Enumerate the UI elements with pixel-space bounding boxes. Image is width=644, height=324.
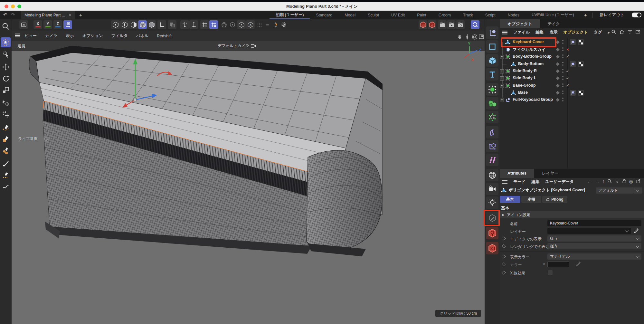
object-row-body-bottom-group[interactable]: − Body-Bottom-Group ✓ — [500, 53, 644, 60]
workplane-icon[interactable] — [168, 20, 176, 29]
mesh-check-icon[interactable] — [237, 20, 246, 29]
live-selection-icon[interactable] — [1, 37, 11, 47]
enabled-state[interactable]: ✓ — [565, 76, 570, 81]
object-row-keyboard-cover[interactable]: Keyboard-Cover — [500, 39, 644, 46]
name-input[interactable]: Keyboard-Cover — [547, 220, 641, 226]
menu-redshift[interactable]: Redshift — [157, 34, 172, 38]
ngon-check-icon[interactable]: A — [246, 20, 255, 29]
dots-icon[interactable] — [255, 20, 264, 29]
up-icon[interactable]: ↑ — [602, 179, 605, 184]
transform-tool-icon[interactable] — [1, 98, 11, 108]
spline-smooth-icon[interactable] — [1, 182, 11, 192]
render-picture-viewer-icon[interactable] — [428, 20, 436, 29]
sky-object-icon[interactable] — [486, 169, 498, 181]
close-window-button[interactable] — [5, 5, 8, 8]
layout-tab-paint[interactable]: Paint — [411, 11, 432, 19]
workplane-axis-icon[interactable] — [157, 20, 166, 29]
color-expand-arrow[interactable]: > — [543, 262, 545, 266]
lock-icon[interactable] — [622, 179, 627, 184]
om-menu-view[interactable]: 表示 — [549, 30, 557, 35]
attr-menu-edit[interactable]: 編集 — [531, 179, 539, 185]
layout-tab-script[interactable]: Script — [479, 11, 502, 19]
om-menu-more-icon[interactable]: ▶ — [608, 31, 610, 34]
zoom-window-button[interactable] — [17, 5, 21, 8]
add-layout-icon[interactable]: + — [580, 11, 591, 19]
selection-tag-icon[interactable] — [570, 90, 576, 96]
3d-viewport[interactable]: Y Z X 透視 デフォルトカメラ ライブ選択 グリッド間隔 : 50 cm — [12, 41, 485, 324]
layout-tab-track[interactable]: Track — [457, 11, 479, 19]
add-tab-icon[interactable]: + — [79, 12, 82, 18]
redo-icon[interactable]: ↷ — [11, 12, 15, 18]
preset-dropdown-chevron[interactable] — [633, 187, 642, 194]
render-settings-icon[interactable] — [438, 20, 447, 29]
mograph-flame-icon[interactable] — [271, 20, 280, 29]
layout-tab-standard[interactable]: Standard — [310, 11, 338, 19]
instance-icon[interactable] — [486, 140, 498, 152]
object-row-side-body-r[interactable]: + Side-Body-R ✓ — [500, 68, 644, 75]
object-row-full-keyboard-group[interactable]: + Full-Keyboard Group — [500, 96, 644, 103]
knife-tool-icon[interactable] — [1, 170, 11, 180]
attr-menu-userdata[interactable]: ユーザーデータ — [545, 179, 574, 185]
visibility-dots[interactable] — [562, 98, 564, 101]
subtab-basic[interactable]: 基本 — [500, 196, 520, 203]
panel-menu-icon[interactable] — [502, 180, 507, 184]
volume-builder-icon[interactable] — [486, 97, 498, 110]
projection-label[interactable]: 透視 — [18, 43, 25, 49]
camera-object-icon[interactable] — [486, 183, 498, 195]
spline-pen-icon[interactable] — [1, 122, 11, 132]
layer-diamond-icon[interactable] — [556, 98, 559, 101]
panel-menu-icon[interactable] — [502, 31, 507, 34]
collapse-icon[interactable]: − — [500, 84, 504, 88]
popout-icon[interactable] — [636, 179, 640, 184]
editor-visibility-dropdown[interactable]: 従う — [547, 235, 641, 242]
edge-mode-icon[interactable] — [120, 20, 129, 29]
redshift-camera-icon[interactable] — [486, 242, 498, 254]
dolly-icon[interactable] — [464, 33, 470, 40]
object-row-base[interactable]: Base — [500, 89, 644, 96]
menu-display[interactable]: 表示 — [66, 33, 74, 39]
axis-modify-icon[interactable] — [180, 20, 189, 29]
maximize-icon[interactable] — [478, 33, 485, 40]
move-tool-icon[interactable] — [1, 62, 11, 72]
om-menu-tags[interactable]: タグ — [594, 30, 602, 35]
tab-attributes[interactable]: Attributes — [500, 169, 534, 178]
layout-tab-sculpt[interactable]: Sculpt — [362, 11, 385, 19]
xray-checkbox[interactable] — [547, 270, 553, 275]
bevel-pen-icon[interactable] — [1, 146, 11, 156]
points-mode-icon[interactable] — [111, 20, 120, 29]
viewport-search-icon[interactable] — [1, 21, 11, 31]
menu-filter[interactable]: フィルタ — [111, 33, 128, 39]
team-render-icon[interactable] — [456, 20, 465, 29]
rotate-tool-icon[interactable] — [1, 73, 11, 83]
render-box-icon[interactable] — [19, 20, 28, 29]
grid-snap-icon[interactable] — [200, 20, 209, 29]
visibility-dots[interactable] — [562, 47, 564, 51]
settings-gear-icon[interactable] — [279, 20, 288, 29]
loop-select-icon[interactable] — [228, 20, 237, 29]
target-icon[interactable]: ◎ — [629, 179, 633, 184]
layout-tab-nodes[interactable]: Nodes — [502, 11, 526, 19]
layout-lock-toggle[interactable] — [632, 13, 641, 17]
layout-tab-groom[interactable]: Groom — [432, 11, 457, 19]
axis-center-icon[interactable] — [189, 20, 198, 29]
new-layout-button[interactable]: 新レイアウト — [594, 11, 630, 19]
tab-objects[interactable]: オブジェクト — [500, 19, 540, 28]
uvw-tag-icon[interactable] — [578, 61, 584, 67]
enabled-state[interactable]: ✓ — [565, 54, 570, 59]
visibility-dots[interactable] — [562, 69, 564, 73]
back-icon[interactable]: ← — [587, 179, 592, 184]
field-icon[interactable] — [486, 83, 498, 96]
tab-layers[interactable]: レイヤー — [534, 169, 566, 178]
enabled-state[interactable]: ✓ — [565, 69, 570, 73]
render-queue-icon[interactable] — [447, 20, 456, 29]
color-swatch[interactable] — [547, 262, 569, 267]
menu-camera[interactable]: カメラ — [45, 33, 57, 39]
eyedropper-icon[interactable] — [634, 228, 639, 233]
model-mode-icon[interactable] — [138, 20, 147, 29]
object-row-body-bottom[interactable]: Body-Bottom — [500, 61, 644, 68]
search-icon[interactable] — [611, 29, 616, 34]
filter-icon[interactable] — [615, 179, 620, 184]
layer-diamond-icon[interactable] — [556, 40, 559, 44]
coordinate-system-icon[interactable] — [63, 20, 72, 29]
forward-icon[interactable]: → — [595, 179, 600, 184]
